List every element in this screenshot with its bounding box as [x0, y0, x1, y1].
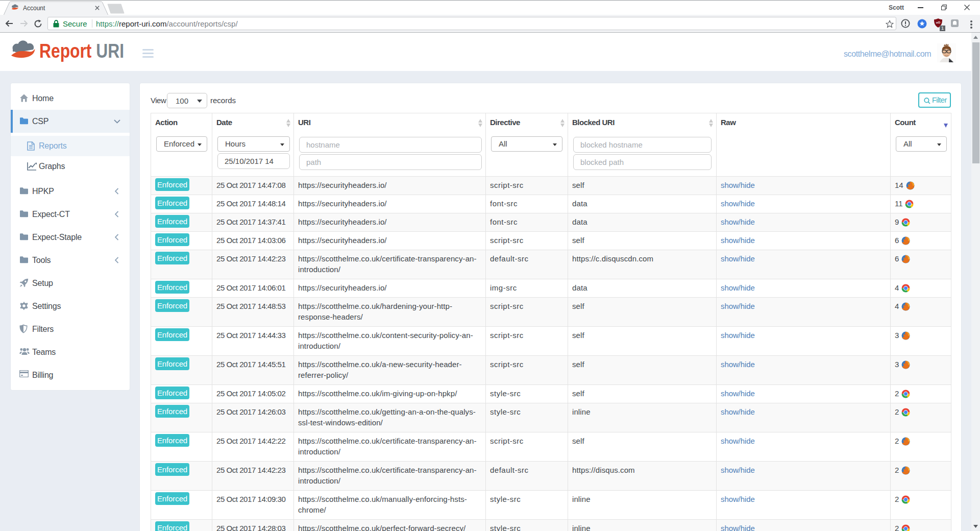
- svg-text:uO: uO: [936, 21, 941, 24]
